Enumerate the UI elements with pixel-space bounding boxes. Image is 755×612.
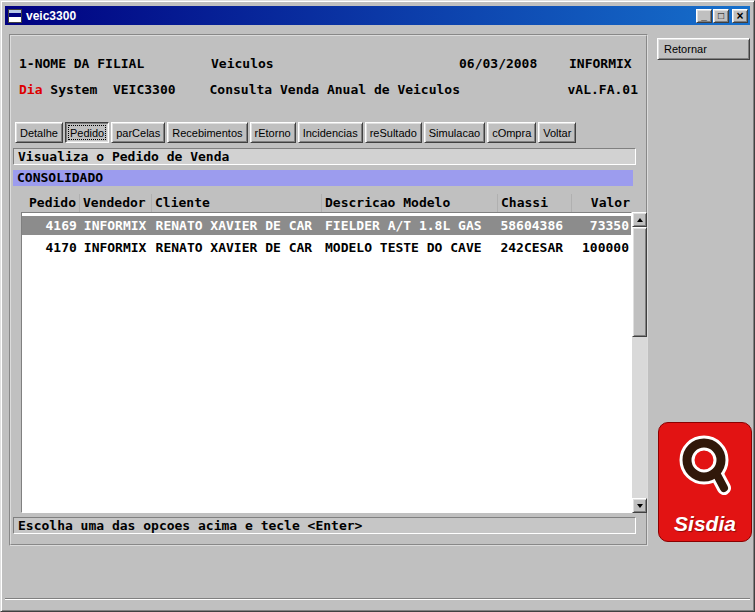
header-spacer	[458, 82, 568, 97]
arrow-up-icon	[637, 218, 643, 222]
cell-valor: 100000	[570, 238, 631, 257]
col-header-pedido: Pedido	[21, 194, 79, 212]
header-line-1: 1-NOME DA FILIAL Veiculos 06/03/2008 INF…	[19, 56, 638, 71]
sisdia-logo-icon	[674, 431, 736, 497]
close-icon: ×	[736, 10, 743, 22]
table-row[interactable]: 4169 INFORMIX RENATO XAVIER DE CAR FIELD…	[22, 216, 631, 235]
cell-pedido: 4169	[22, 216, 80, 235]
cell-vendedor: INFORMIX	[80, 216, 152, 235]
tab-voltar[interactable]: Voltar	[538, 122, 576, 143]
col-header-descricao-modelo: Descricao Modelo	[321, 194, 497, 212]
tab-parcelas[interactable]: parCelas	[111, 122, 165, 143]
cell-pedido: 4170	[22, 238, 80, 257]
tab-compra[interactable]: cOmpra	[487, 122, 536, 143]
col-header-vendedor: Vendedor	[79, 194, 151, 212]
sisdia-logo-text: Sisdia	[659, 512, 751, 536]
header-line-2: Dia System VEIC3300 Consulta Venda Anual…	[19, 82, 638, 97]
close-button[interactable]: ×	[732, 9, 748, 23]
cell-vendedor: INFORMIX	[80, 238, 152, 257]
cell-cliente: RENATO XAVIER DE CAR	[152, 238, 321, 257]
version-label: vAL.FA.01	[568, 82, 638, 97]
cell-chassi: 58604386	[496, 216, 570, 235]
tab-pedido[interactable]: Pedido	[65, 122, 109, 143]
cell-descricao-modelo: FIELDER A/T 1.8L GAS	[321, 216, 496, 235]
tab-retorno[interactable]: rEtorno	[250, 122, 296, 143]
filial-label: 1-NOME DA FILIAL	[19, 56, 211, 71]
tab-recebimentos[interactable]: Recebimentos	[167, 122, 247, 143]
status-bar: Escolha uma das opcoes acima e tecle <En…	[13, 517, 636, 534]
table-row[interactable]: 4170 INFORMIX RENATO XAVIER DE CAR MODEL…	[22, 238, 631, 257]
minimize-button[interactable]: _	[696, 9, 712, 23]
subtitle-bar: Visualiza o Pedido de Venda	[13, 148, 636, 165]
scrollbar-thumb[interactable]	[632, 227, 647, 337]
sisdia-logo: Sisdia	[658, 422, 752, 542]
window-title: veic3300	[26, 9, 695, 23]
titlebar[interactable]: veic3300 _ □ ×	[5, 6, 750, 25]
system-label: Dia System VEIC3300	[19, 82, 210, 97]
database-label: INFORMIX	[569, 56, 638, 71]
cell-cliente: RENATO XAVIER DE CAR	[152, 216, 321, 235]
date-label: 06/03/2008	[459, 56, 569, 71]
module-label: Veiculos	[211, 56, 459, 71]
table-scrollbar[interactable]	[632, 212, 647, 513]
retornar-button[interactable]: Retornar	[657, 38, 750, 60]
cell-chassi: 242CESAR	[496, 238, 570, 257]
cell-valor: 73350	[570, 216, 631, 235]
col-header-cliente: Cliente	[151, 194, 321, 212]
col-header-valor: Valor	[571, 194, 632, 212]
maximize-button[interactable]: □	[713, 9, 729, 23]
system-name-label: System VEIC3300	[42, 82, 175, 97]
arrow-down-icon	[637, 504, 643, 508]
cell-descricao-modelo: MODELO TESTE DO CAVE	[321, 238, 496, 257]
col-header-chassi: Chassi	[497, 194, 571, 212]
form-panel: 1-NOME DA FILIAL Veiculos 06/03/2008 INF…	[9, 34, 648, 546]
orders-table: Pedido Vendedor Cliente Descricao Modelo…	[21, 194, 647, 514]
tab-bar: Detalhe Pedido parCelas Recebimentos rEt…	[15, 122, 578, 143]
section-consolidado: CONSOLIDADO	[13, 170, 633, 186]
maximize-icon: □	[718, 10, 724, 22]
minimize-icon: _	[701, 6, 707, 26]
bottom-divider	[5, 598, 750, 600]
window: veic3300 _ □ × 1-NOME DA FILIAL Veiculos…	[0, 0, 755, 612]
scroll-down-button[interactable]	[632, 498, 647, 513]
dia-label: Dia	[19, 82, 42, 97]
screen-title: Consulta Venda Anual de Veiculos	[210, 82, 458, 97]
app-icon	[8, 9, 22, 23]
table-header: Pedido Vendedor Cliente Descricao Modelo…	[21, 194, 647, 212]
tab-simulacao[interactable]: Simulacao	[424, 122, 485, 143]
tab-resultado[interactable]: reSultado	[365, 122, 422, 143]
scroll-up-button[interactable]	[632, 212, 647, 227]
tab-incidencias[interactable]: Incidencias	[298, 122, 363, 143]
tab-detalhe[interactable]: Detalhe	[15, 122, 63, 143]
table-body: 4169 INFORMIX RENATO XAVIER DE CAR FIELD…	[21, 212, 632, 513]
